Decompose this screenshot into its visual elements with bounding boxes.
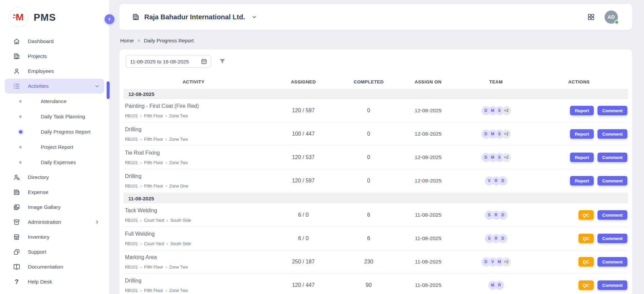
sidebar-subitem-label: Project Report [41,144,73,150]
activity-cell: Marking AreaRB101›Fifth Floor›Zone Two [124,250,263,273]
bullet-icon [19,130,22,134]
comment-button[interactable]: Comment [597,153,627,162]
sidebar-item-projects[interactable]: Projects [5,49,104,64]
row-actions: QCComment [530,280,628,290]
sidebar-item-label: Inventory [28,234,50,240]
table-row: Full WeldingRB101›Court Yard›South Side6… [124,227,628,250]
activity-title: Full Welding [125,231,263,237]
report-button[interactable]: Report [570,153,594,162]
completed-value: 230 [343,259,394,265]
path-segment: Fifth Floor [144,114,163,118]
activity-cell: DrillingRB101›Fifth Floor›Zone Two [124,122,263,145]
sidebar-subitem-label: Attendance [41,98,67,104]
comment-button[interactable]: Comment [597,280,627,290]
apps-grid-icon[interactable] [587,13,595,21]
path-segment: Zone One [169,184,188,189]
content-card: 11-08-2025 to 16-08-2025 ACTIVITYASSIGNE… [119,50,632,294]
path-separator-icon: › [140,289,142,293]
sidebar-item-daily-expenses[interactable]: Daily Expenses [5,155,104,170]
sidebar-item-label: Expense [28,189,48,195]
comment-button[interactable]: Comment [597,129,627,139]
comment-button[interactable]: Comment [597,106,627,115]
column-header-team: TEAM [462,79,530,84]
qc-button[interactable]: QC [578,210,594,220]
column-header-completed: COMPLETED [343,79,394,84]
activity-cell: Tack WeldingRB101›Court Yard›South Side [124,203,263,227]
team-extra-badge[interactable]: +2 [502,106,511,115]
comment-button[interactable]: Comment [597,210,627,220]
assign-on-date: 12-08-2025 [394,131,462,137]
row-actions: ReportComment [530,106,628,115]
main-area: Raja Bahadur International Ltd. AD Home›… [109,0,644,294]
comment-button[interactable]: Comment [597,234,627,243]
sidebar-item-inventory[interactable]: Inventory [5,230,104,244]
book-icon [13,263,20,271]
sidebar-item-label: Directory [28,174,49,180]
sidebar-item-daily-task-planning[interactable]: Daily Task Planning [5,109,104,124]
bullet-icon [19,115,22,118]
path-separator-icon: › [140,137,142,141]
column-header-actions: ACTIONS [530,79,628,84]
assign-on-date: 11-08-2025 [394,259,462,265]
breadcrumb: Home›Daily Progress Report [120,36,632,45]
activity-cell: DrillingRB101›Fifth Floor›Zone One [124,169,263,192]
team-extra-badge[interactable]: +2 [502,153,511,162]
sidebar-item-support[interactable]: Support [5,244,104,259]
comment-button[interactable]: Comment [597,257,627,267]
team-extra-badge[interactable]: +2 [502,130,511,139]
avatar[interactable]: AD [605,11,618,24]
sidebar-item-activities[interactable]: Activities [5,79,104,94]
sidebar-subitem-label: Daily Task Planning [41,114,85,119]
sidebar-subitem-label: Daily Progress Report [41,129,91,135]
building-icon [13,53,20,60]
sidebar-item-expense[interactable]: Expense [5,185,104,200]
report-button[interactable]: Report [570,106,594,115]
activity-title: Drilling [125,278,263,284]
row-actions: ReportComment [530,176,628,185]
path-segment: RB101 [125,265,138,270]
sidebar-item-dashboard[interactable]: Dashboard [5,34,104,49]
assigned-value: 100 / 447 [263,131,343,137]
sidebar-item-label: Employees [28,68,54,74]
sidebar-item-image-gallary[interactable]: Image Gallary [5,200,104,215]
row-actions: QCComment [530,210,628,220]
activity-title: Tack Welding [125,208,263,214]
filters-bar: 11-08-2025 to 16-08-2025 [124,54,628,68]
team-avatars: DMS+2 [462,106,530,115]
report-button[interactable]: Report [570,176,594,185]
breadcrumb-item-daily-progress-report: Daily Progress Report [144,38,194,43]
receipt-icon [13,189,20,196]
qc-button[interactable]: QC [578,257,594,267]
report-button[interactable]: Report [570,129,594,139]
column-header-activity: ACTIVITY [124,79,263,84]
sidebar-item-directory[interactable]: Directory [5,170,104,185]
sidebar-item-attendance[interactable]: Attendance [5,94,104,109]
sidebar: M PMS DashboardProjectsEmployeesActiviti… [0,0,109,294]
sidebar-item-employees[interactable]: Employees [5,64,104,79]
date-range-input[interactable]: 11-08-2025 to 16-08-2025 [126,55,211,68]
team-member-badge: D [498,211,508,220]
column-header-assigned: ASSIGNED [263,79,343,84]
sidebar-item-help-desk[interactable]: ?Help Desk [5,274,104,289]
path-segment: South Side [170,218,191,223]
breadcrumb-item-home[interactable]: Home [120,38,134,43]
filter-funnel-icon[interactable] [219,58,226,65]
team-avatars: MR [462,281,530,290]
sidebar-item-daily-progress-report[interactable]: Daily Progress Report [5,124,104,139]
sidebar-item-documentation[interactable]: Documentation [5,259,104,274]
store-icon [13,233,20,241]
row-actions: QCComment [530,257,628,267]
chevron-right-icon [94,219,100,225]
assign-on-date: 12-08-2025 [394,107,462,114]
comment-button[interactable]: Comment [597,176,627,185]
qc-button[interactable]: QC [578,234,594,243]
team-extra-badge[interactable]: +2 [502,257,511,267]
team-avatars: DVM+2 [462,257,530,267]
company-selector[interactable]: Raja Bahadur International Ltd. [132,13,258,21]
sidebar-item-administration[interactable]: Administration [5,215,104,230]
sidebar-item-label: Dashboard [28,38,54,44]
qc-button[interactable]: QC [578,280,594,290]
sidebar-item-project-report[interactable]: Project Report [5,139,104,155]
breadcrumb-separator: › [138,37,140,44]
date-range-value: 11-08-2025 to 16-08-2025 [130,59,189,64]
